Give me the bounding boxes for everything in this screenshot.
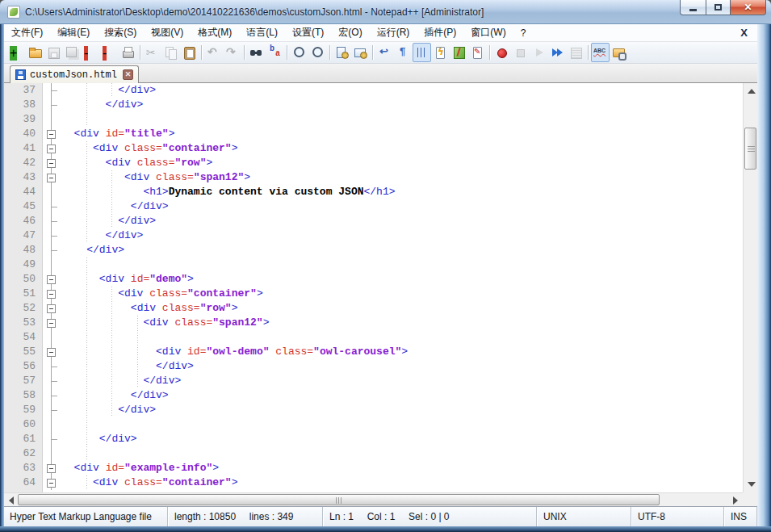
code-cell — [59, 330, 743, 345]
zoom-in-button[interactable] — [290, 43, 308, 62]
code-editor[interactable]: 37 </div>38 </div>3940 <div id="title">4… — [4, 83, 743, 492]
code-line-52[interactable]: 52 <div class="row"> — [4, 301, 743, 316]
sync-vertical-scroll-button[interactable] — [333, 43, 351, 62]
close-button[interactable]: ✕ — [730, 0, 766, 15]
code-line-61[interactable]: 61 </div> — [4, 432, 743, 446]
maximize-button[interactable] — [706, 0, 731, 15]
code-line-37[interactable]: 37 </div> — [4, 83, 743, 98]
fold-collapse-button[interactable] — [47, 290, 56, 299]
fold-collapse-button[interactable] — [47, 275, 56, 284]
menu-close-document-button[interactable]: X — [731, 25, 757, 40]
code-line-53[interactable]: 53 <div class="span12"> — [4, 316, 743, 330]
code-line-50[interactable]: 50 <div id="demo"> — [4, 272, 743, 287]
fold-collapse-button[interactable] — [47, 479, 56, 488]
code-line-41[interactable]: 41 <div class="container"> — [4, 141, 743, 156]
open-file-button[interactable] — [26, 43, 44, 62]
fold-margin — [43, 446, 59, 461]
show-indent-guide-button[interactable] — [413, 43, 431, 62]
code-line-43[interactable]: 43 <div class="span12"> — [4, 170, 743, 185]
code-line-62[interactable]: 62 — [4, 446, 743, 461]
menu-item-edit[interactable]: 编辑(E) — [50, 23, 97, 42]
code-line-49[interactable]: 49 — [4, 258, 743, 272]
horizontal-scrollbar[interactable] — [4, 492, 743, 506]
code-text: </div> — [59, 374, 743, 388]
code-line-46[interactable]: 46 </div> — [4, 214, 743, 228]
tab-bar[interactable]: customJson.html✕ — [4, 64, 757, 83]
function-list-button[interactable] — [468, 43, 487, 62]
code-line-38[interactable]: 38 </div> — [4, 98, 743, 112]
macro-run-multiple-button[interactable] — [548, 43, 567, 62]
vertical-scrollbar-thumb[interactable] — [744, 128, 756, 170]
line-number: 60 — [4, 417, 43, 432]
code-line-63[interactable]: 63 <div id="example-info"> — [4, 461, 743, 475]
code-line-58[interactable]: 58 </div> — [4, 388, 743, 403]
tab-customjson-html[interactable]: customJson.html✕ — [10, 65, 139, 83]
code-line-54[interactable]: 54 — [4, 330, 743, 345]
find-button[interactable] — [247, 43, 266, 62]
explorer-button[interactable] — [610, 43, 628, 62]
user-defined-language-button[interactable] — [431, 43, 450, 62]
scroll-down-arrow-icon[interactable] — [748, 482, 756, 487]
new-file-button[interactable] — [7, 43, 26, 62]
menu-item-run[interactable]: 运行(R) — [370, 23, 417, 42]
tab-close-icon[interactable]: ✕ — [123, 69, 133, 80]
code-line-51[interactable]: 51 <div class="container"> — [4, 287, 743, 301]
code-line-48[interactable]: 48 </div> — [4, 243, 743, 258]
scrollbar-corner — [743, 492, 757, 506]
macro-record-button[interactable] — [492, 43, 511, 62]
spell-check-button[interactable] — [591, 43, 610, 62]
code-line-42[interactable]: 42 <div class="row"> — [4, 156, 743, 170]
sync-horizontal-scroll-button[interactable] — [351, 43, 370, 62]
document-map-button[interactable] — [450, 43, 468, 62]
show-all-characters-button[interactable] — [394, 43, 413, 62]
menu-item-language[interactable]: 语言(L) — [239, 23, 285, 42]
fold-collapse-button[interactable] — [47, 464, 56, 473]
code-line-40[interactable]: 40 <div id="title"> — [4, 127, 743, 141]
fold-collapse-button[interactable] — [47, 319, 56, 328]
scroll-up-arrow-icon[interactable] — [748, 89, 756, 94]
code-line-56[interactable]: 56 </div> — [4, 359, 743, 374]
fold-collapse-button[interactable] — [47, 348, 56, 357]
horizontal-scrollbar-thumb[interactable] — [18, 494, 660, 505]
print-button[interactable] — [119, 43, 137, 62]
code-line-64[interactable]: 64 <div class="container"> — [4, 475, 743, 490]
code-line-57[interactable]: 57 </div> — [4, 374, 743, 388]
fold-collapse-button[interactable] — [47, 159, 56, 168]
code-line-45[interactable]: 45 </div> — [4, 199, 743, 214]
minimize-button[interactable] — [680, 0, 706, 15]
code-line-47[interactable]: 47 </div> — [4, 228, 743, 243]
menu-item-window[interactable]: 窗口(W) — [463, 23, 513, 42]
replace-button[interactable] — [266, 43, 284, 62]
close-all-button[interactable] — [100, 43, 119, 62]
menu-item-search[interactable]: 搜索(S) — [97, 23, 144, 42]
zoom-out-button[interactable] — [308, 43, 327, 62]
spell-check-icon — [593, 46, 607, 59]
menu-item-macro[interactable]: 宏(O) — [331, 23, 369, 42]
code-cell: <h1>Dynamic content via custom JSON</h1> — [59, 185, 743, 199]
fold-collapse-button[interactable] — [47, 304, 56, 313]
vertical-scrollbar[interactable] — [743, 83, 757, 492]
scroll-right-arrow-icon[interactable] — [733, 496, 738, 505]
scroll-left-arrow-icon[interactable] — [9, 496, 14, 505]
menu-item-help[interactable]: ? — [513, 25, 534, 41]
paste-button[interactable] — [180, 43, 199, 62]
fold-collapse-button[interactable] — [47, 145, 56, 153]
redo-button — [223, 43, 241, 62]
menu-item-file[interactable]: 文件(F) — [4, 23, 50, 42]
title-bar[interactable]: C:\Users\Administrator\Desktop\demo\2014… — [0, 0, 771, 24]
code-line-59[interactable]: 59 </div> — [4, 403, 743, 417]
code-line-39[interactable]: 39 — [4, 112, 743, 127]
menu-item-format[interactable]: 格式(M) — [191, 23, 239, 42]
code-line-44[interactable]: 44 <h1>Dynamic content via custom JSON</… — [4, 185, 743, 199]
menu-item-settings[interactable]: 设置(T) — [285, 23, 331, 42]
menu-item-plugins[interactable]: 插件(P) — [417, 23, 463, 42]
fold-collapse-button[interactable] — [47, 174, 56, 182]
macro-play-button — [530, 43, 548, 62]
code-cell: <div id="example-info"> — [59, 461, 743, 475]
fold-collapse-button[interactable] — [47, 130, 56, 139]
code-line-55[interactable]: 55 <div id="owl-demo" class="owl-carouse… — [4, 345, 743, 359]
code-line-60[interactable]: 60 — [4, 417, 743, 432]
close-file-button[interactable] — [82, 43, 100, 62]
menu-item-view[interactable]: 视图(V) — [144, 23, 191, 42]
word-wrap-button[interactable] — [375, 43, 394, 62]
